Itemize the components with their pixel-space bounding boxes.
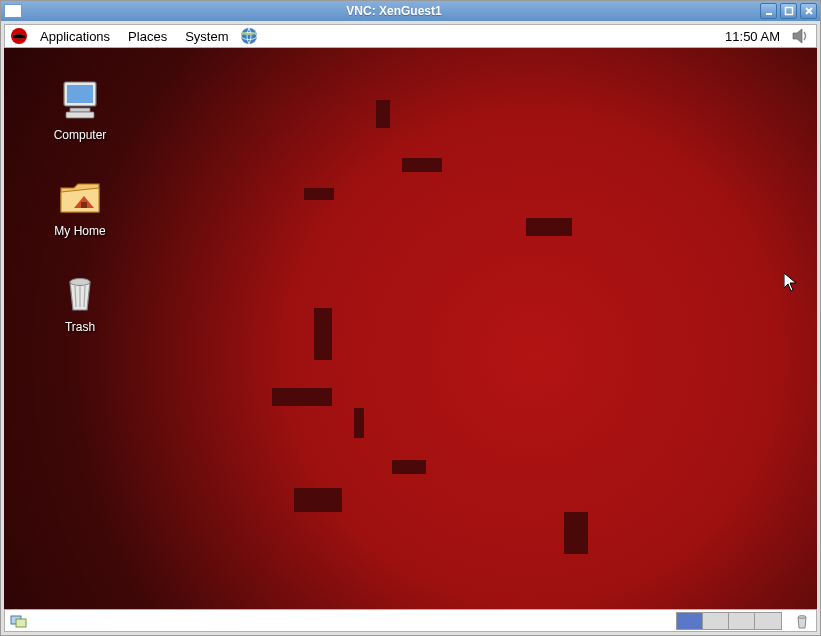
volume-icon[interactable] [790,26,812,46]
minimize-button[interactable] [760,3,777,19]
svg-rect-11 [70,108,90,112]
svg-point-14 [70,279,90,286]
panel-clock[interactable]: 11:50 AM [719,29,786,44]
workspace-1[interactable] [677,613,703,629]
window-icon [4,4,22,18]
workspace-switcher [676,612,782,630]
svg-point-7 [241,28,257,44]
desktop-icons: Computer My Home Trash [32,76,128,334]
distro-icon[interactable] [9,26,29,46]
desktop[interactable]: Computer My Home Trash [4,48,817,609]
desktop-icon-trash-label: Trash [65,320,95,334]
menu-system[interactable]: System [178,27,235,46]
browser-icon[interactable] [239,26,259,46]
workspace-4[interactable] [755,613,781,629]
window-body: Applications Places System 11:50 AM [1,21,820,635]
window-titlebar[interactable]: VNC: XenGuest1 [1,1,820,21]
computer-icon [56,76,104,124]
maximize-icon [784,6,794,16]
show-desktop-button[interactable] [9,611,29,631]
svg-rect-12 [66,112,94,118]
workspace-3[interactable] [729,613,755,629]
svg-rect-1 [785,8,792,15]
workspace-2[interactable] [703,613,729,629]
svg-point-20 [798,615,806,618]
desktop-icon-computer-label: Computer [54,128,107,142]
window-title: VNC: XenGuest1 [28,4,760,18]
maximize-button[interactable] [780,3,797,19]
mouse-cursor [784,273,798,293]
svg-rect-10 [67,85,93,103]
trash-tray-icon[interactable] [792,611,812,631]
close-icon [804,6,814,16]
top-panel: Applications Places System 11:50 AM [4,24,817,48]
close-button[interactable] [800,3,817,19]
menu-places[interactable]: Places [121,27,174,46]
desktop-icon-computer[interactable]: Computer [32,76,128,142]
vnc-window: VNC: XenGuest1 Applications Places Syste… [0,0,821,636]
bottom-panel [4,609,817,632]
desktop-icon-my-home[interactable]: My Home [32,172,128,238]
menu-applications[interactable]: Applications [33,27,117,46]
svg-rect-6 [13,35,25,38]
window-controls [760,3,817,19]
desktop-icon-trash[interactable]: Trash [32,268,128,334]
home-folder-icon [56,172,104,220]
trash-icon [56,268,104,316]
desktop-icon-my-home-label: My Home [54,224,105,238]
minimize-icon [764,6,774,16]
svg-rect-19 [16,619,26,627]
svg-rect-13 [81,202,87,208]
